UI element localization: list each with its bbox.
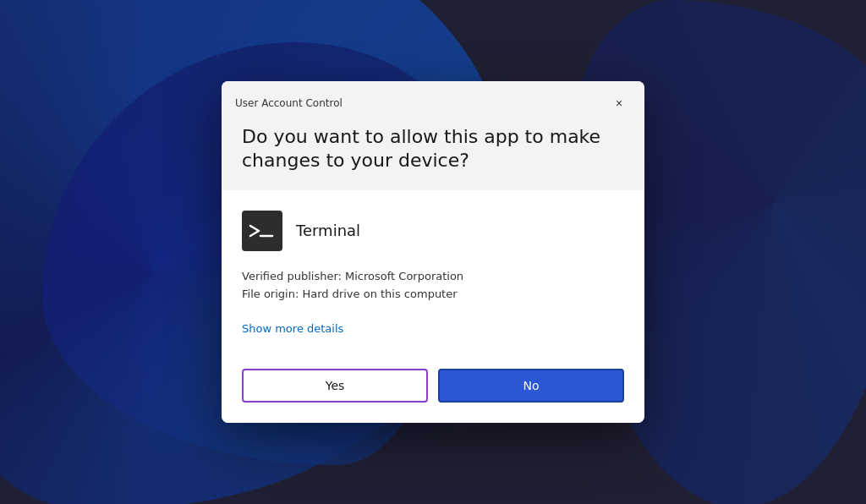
dialog-title: User Account Control <box>235 97 343 109</box>
dialog-question: Do you want to allow this app to make ch… <box>242 125 624 173</box>
publisher-info: Verified publisher: Microsoft Corporatio… <box>242 268 624 304</box>
app-icon <box>242 211 282 251</box>
publisher-line2: File origin: Hard drive on this computer <box>242 286 624 304</box>
publisher-line1: Verified publisher: Microsoft Corporatio… <box>242 268 624 286</box>
dialog-body: Terminal Verified publisher: Microsoft C… <box>222 190 644 356</box>
yes-button[interactable]: Yes <box>242 369 428 403</box>
dialog-titlebar: User Account Control × <box>222 81 644 122</box>
dialog-footer: Yes No <box>222 355 644 423</box>
app-name: Terminal <box>296 222 360 239</box>
dialog-header: Do you want to allow this app to make ch… <box>222 122 644 190</box>
no-button[interactable]: No <box>438 369 624 403</box>
uac-dialog: User Account Control × Do you want to al… <box>222 81 644 424</box>
show-more-details-link[interactable]: Show more details <box>242 322 343 335</box>
app-row: Terminal <box>242 211 624 251</box>
dialog-backdrop: User Account Control × Do you want to al… <box>0 0 866 504</box>
terminal-svg-icon <box>247 219 277 243</box>
close-button[interactable]: × <box>607 91 631 115</box>
svg-rect-0 <box>247 219 277 243</box>
